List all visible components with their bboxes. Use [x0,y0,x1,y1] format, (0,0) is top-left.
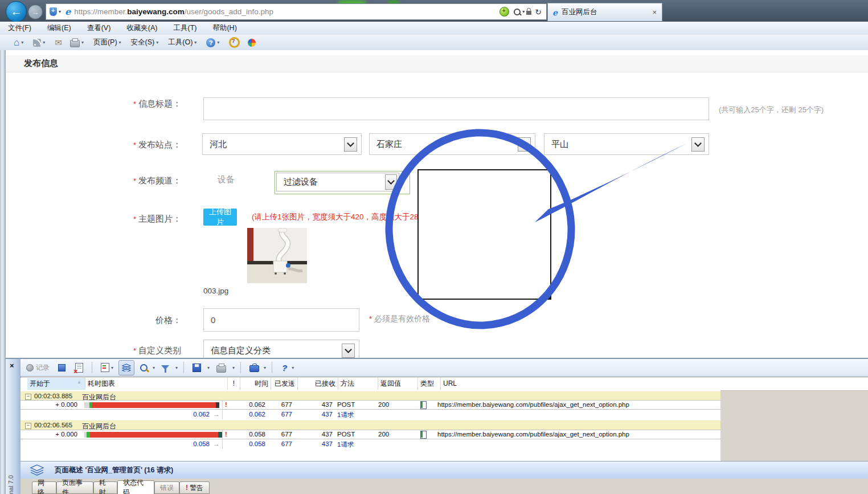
close-tab-icon[interactable]: × [652,8,657,17]
menu-favorites[interactable]: 收藏夹(A) [126,23,157,33]
discard-icon[interactable] [75,363,83,373]
col-chart[interactable]: 耗时图表 [85,378,228,390]
close-panel-button[interactable]: × [10,361,14,370]
image-filename: 003.jpg [203,287,228,295]
county-select[interactable]: 平山 [544,133,709,155]
tab-network[interactable]: 网络 [32,481,56,494]
menu-file[interactable]: 文件(F) [8,23,31,33]
html-type-icon [420,401,427,409]
page-overview-band[interactable]: 页面概述 '百业网_管理首页' (16 请求) [21,461,868,479]
collapse-icon[interactable]: − [25,394,31,400]
table-header: 开始于▲ 耗时图表 ! 时间 已发送 已接收 方法 返回值 类型 URL [21,378,868,391]
request-row[interactable]: + 0.000 ! 0.058 677 437 POST 200 https:/… [21,430,720,439]
ie7-zoom-icon[interactable] [229,37,240,48]
browser-tab[interactable]: e 百业网后台 × [547,3,662,21]
page-menu[interactable]: 页面(P) [93,38,117,47]
forward-button[interactable]: → [28,5,43,19]
chevron-down-icon[interactable]: ▾ [207,365,210,370]
addon-icon[interactable] [499,7,509,17]
col-time[interactable]: 时间 [240,378,271,390]
pinwheel-logo-icon[interactable] [248,39,256,47]
province-select[interactable]: 河北 [202,133,362,155]
shield-plus-icon[interactable] [50,7,57,16]
mail-icon[interactable]: ✉ [55,38,62,48]
search-icon[interactable] [514,9,521,15]
request-row[interactable]: + 0.000 ! 0.062 677 437 POST 200 https:/… [21,400,720,410]
find-icon[interactable] [140,364,148,371]
price-input[interactable] [203,308,359,332]
filter-icon[interactable] [161,365,169,370]
chevron-down-icon[interactable]: ▾ [217,40,219,45]
chevron-down-icon[interactable]: ▾ [111,365,113,370]
col-type[interactable]: 类型 [418,378,441,390]
chevron-down-icon[interactable]: ▾ [21,40,23,45]
summary-row: 0.062 → 0.062 677 437 1请求 [21,410,720,419]
menu-tools[interactable]: 工具(T) [173,23,196,33]
city-select[interactable]: 石家庄 [369,133,535,155]
dropdown-arrow-icon[interactable] [342,344,355,358]
required-marker: * [133,177,136,185]
menu-edit[interactable]: 编辑(E) [47,23,71,33]
col-status[interactable]: 返回值 [378,378,418,390]
chevron-down-icon[interactable]: ▾ [119,40,121,45]
title-input[interactable] [203,97,709,120]
chevron-down-icon[interactable]: ▾ [81,40,84,45]
save-icon[interactable] [193,364,201,372]
group-header-row[interactable]: − 00:02:06.565 百业网后台 [21,420,720,430]
chevron-down-icon[interactable]: ▾ [264,365,266,370]
address-bar[interactable]: ▾ e https://member.baiyewang.com/user/go… [46,3,547,20]
menu-view[interactable]: 查看(V) [87,23,111,33]
group-header-row[interactable]: − 00:02:03.885 百业网后台 [21,391,720,401]
col-method[interactable]: 方法 [338,378,378,390]
help-icon[interactable]: ? [206,38,215,47]
summary-chart-icon[interactable] [101,363,109,372]
channel-select[interactable]: 过滤设备 [276,173,399,191]
chevron-down-icon[interactable]: ▾ [292,365,294,370]
record-icon[interactable] [26,364,34,371]
col-sent[interactable]: 已发送 [271,378,298,390]
col-started[interactable]: 开始于▲ [27,378,85,390]
tools-icon[interactable] [249,365,259,372]
required-marker: * [133,100,136,108]
security-menu[interactable]: 安全(S) [131,38,155,47]
menu-bar: 文件(F) 编辑(E) 查看(V) 收藏夹(A) 工具(T) 帮助(H) [0,22,868,35]
dev-panel-side-strip: × nal 7.0 [6,359,21,494]
print-icon[interactable] [70,40,80,47]
dropdown-arrow-icon[interactable] [344,137,357,152]
feed-icon[interactable] [33,39,41,47]
warning-mark-icon: ! [186,484,188,492]
col-warning[interactable]: ! [228,378,240,390]
col-received[interactable]: 已接收 [298,378,338,390]
chevron-down-icon[interactable]: ▾ [59,9,61,14]
tab-page-events[interactable]: 页面事件 [56,481,93,494]
chevron-down-icon[interactable]: ▾ [156,40,158,45]
tab-title: 百业网后台 [562,7,597,17]
tab-timing[interactable]: 耗时 [93,481,117,494]
chevron-down-icon[interactable]: ▾ [175,365,178,370]
dropdown-arrow-icon[interactable] [518,137,531,152]
chevron-down-icon[interactable]: ▾ [43,40,45,45]
stop-icon[interactable] [58,364,65,371]
col-url[interactable]: URL [441,378,868,390]
dev-panel: × nal 7.0 记录 ▾ ▾ ▾ ▾ ▾ ▾ [6,358,868,494]
back-button[interactable]: ← [6,1,27,22]
chevron-down-icon[interactable]: ▾ [194,40,196,45]
menu-help[interactable]: 帮助(H) [212,23,236,33]
help-icon[interactable]: ? [282,363,287,373]
dropdown-arrow-icon[interactable] [691,137,705,152]
chevron-down-icon[interactable]: ▾ [232,365,235,370]
tab-status-codes[interactable]: 状态代码 [117,480,154,494]
tab-errors[interactable]: 错误 [154,481,179,494]
tools-menu[interactable]: 工具(O) [168,38,193,47]
layers-toggle-pressed[interactable] [118,360,134,375]
print-icon[interactable] [216,365,226,373]
forward-icon: → [32,8,39,17]
collapse-icon[interactable]: − [25,423,31,429]
upload-image-button[interactable]: 上传图片 [203,209,237,226]
refresh-icon[interactable]: ↻ [535,7,542,17]
dropdown-arrow-icon[interactable] [385,174,397,190]
tab-warnings[interactable]: !警告 [179,481,210,494]
home-icon[interactable]: ⌂ [14,37,19,48]
chevron-down-icon[interactable]: ▾ [153,365,155,370]
chevron-down-icon[interactable]: ▾ [522,9,525,14]
